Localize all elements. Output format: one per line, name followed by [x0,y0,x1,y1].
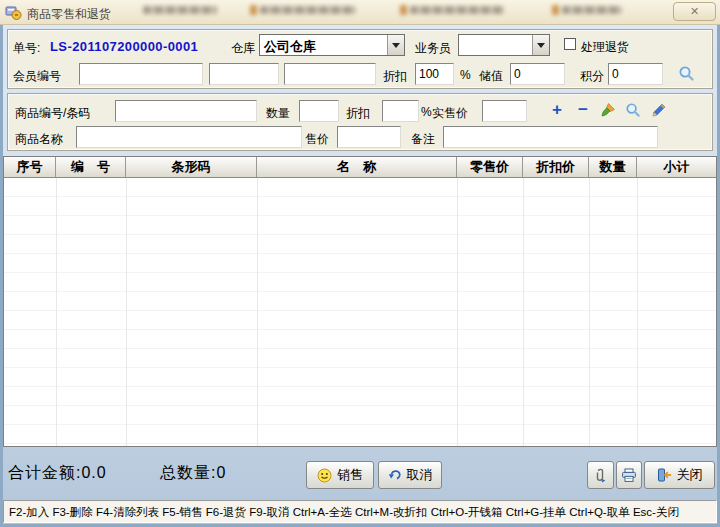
close-icon: ✕ [690,5,699,18]
clear-fields-button[interactable] [599,101,617,119]
col-header-quantity: 数量 [589,157,637,177]
item-name-label: 商品名称 [15,131,63,148]
print-button[interactable] [616,461,642,489]
total-quantity-label: 总数量: [160,464,216,481]
remark-label: 备注 [411,131,435,148]
column-divider [589,178,590,446]
warehouse-dropdown-arrow-icon[interactable] [387,35,404,55]
blurred-background-item [143,3,217,17]
handle-return-label: 处理退货 [581,39,629,56]
client-area: 单号: LS-201107200000-0001 仓库 公司仓库 业务员 处理退… [3,25,717,524]
blurred-background-item [250,3,356,17]
retail-returns-window: 商品零售和退货 ✕ 单号: LS-201107200000-0001 仓库 公司… [0,0,720,527]
smiley-icon [317,468,332,483]
attach-button[interactable] [587,461,614,489]
col-header-index: 序号 [4,157,56,177]
points-label: 积分 [580,68,604,85]
cancel-button[interactable]: 取消 [378,461,442,489]
item-search-button[interactable] [624,101,642,119]
total-amount: 合计金额:0.0 [8,463,107,484]
items-table-header: 序号 编 号 条形码 名 称 零售价 折扣价 数量 小计 [4,157,716,178]
member-discount-label: 折扣 [383,68,407,85]
order-number-label: 单号: [13,40,40,57]
window-close-button[interactable]: ✕ [673,2,716,21]
column-divider [257,178,258,446]
col-header-barcode: 条形码 [126,157,257,177]
paperclip-icon [595,467,606,483]
total-quantity-value: 0 [216,464,226,481]
column-divider [457,178,458,446]
app-icon [5,4,22,21]
item-discount-percent-sign: % [421,105,432,119]
stored-value-label: 储值 [479,68,503,85]
sale-button[interactable]: 销售 [306,461,374,489]
member-number-label: 会员编号 [13,68,61,85]
printer-icon [621,468,637,483]
item-discount-input[interactable] [382,100,419,122]
clerk-label: 业务员 [415,40,451,57]
item-code-input[interactable] [115,100,257,122]
handle-return-checkbox[interactable] [564,38,576,50]
warehouse-select[interactable]: 公司仓库 [259,34,405,56]
col-header-discount-price: 折扣价 [523,157,589,177]
item-code-label: 商品编号/条码 [15,105,90,122]
column-divider [126,178,127,446]
window-title: 商品零售和退货 [27,6,111,23]
brush-icon [600,102,616,118]
member-info-input[interactable] [284,63,376,85]
actual-price-label: 实售价 [432,105,468,122]
undo-arrow-icon [388,469,402,481]
order-panel: 单号: LS-201107200000-0001 仓库 公司仓库 业务员 处理退… [7,29,713,89]
clerk-select[interactable] [458,34,550,56]
col-header-retail-price: 零售价 [457,157,523,177]
plus-icon: + [552,102,562,118]
col-header-subtotal: 小计 [637,157,716,177]
search-icon [678,65,695,82]
item-entry-panel: 商品编号/条码 数量 折扣 % 实售价 + − [7,93,713,151]
clerk-selected-value [459,35,532,55]
column-divider [56,178,57,446]
title-bar: 商品零售和退货 ✕ [0,0,720,25]
close-button-label: 关闭 [677,466,703,484]
items-table-body[interactable] [4,178,716,446]
member-discount-percent-sign: % [460,68,471,82]
sale-price-input[interactable] [337,126,401,148]
remark-input[interactable] [443,126,658,148]
col-header-code: 编 号 [56,157,126,177]
total-quantity: 总数量:0 [160,463,226,484]
add-item-button[interactable]: + [548,101,566,119]
total-amount-value: 0.0 [81,464,106,481]
column-divider [637,178,638,446]
total-amount-label: 合计金额: [8,464,81,481]
member-search-button[interactable] [677,64,696,83]
clerk-dropdown-arrow-icon[interactable] [532,35,549,55]
minus-icon: − [578,102,588,118]
remove-item-button[interactable]: − [574,101,592,119]
member-discount-input[interactable] [415,63,454,85]
member-name-input[interactable] [209,63,279,85]
column-divider [523,178,524,446]
blurred-background-item [552,3,622,17]
blurred-background-item [400,3,504,17]
warehouse-label: 仓库 [231,40,255,57]
hotkey-status-text: F2-加入 F3-删除 F4-清除列表 F5-销售 F6-退货 F9-取消 Ct… [9,506,679,518]
sale-button-label: 销售 [337,466,363,484]
exit-door-icon [657,468,672,482]
quantity-label: 数量 [266,105,290,122]
warehouse-selected-value: 公司仓库 [260,35,387,55]
order-number-value: LS-201107200000-0001 [50,39,198,54]
edit-item-button[interactable] [650,101,668,119]
member-number-input[interactable] [79,63,203,85]
items-table: 序号 编 号 条形码 名 称 零售价 折扣价 数量 小计 [3,156,717,447]
search-icon [625,102,641,118]
actual-price-input[interactable] [482,100,527,122]
close-button[interactable]: 关闭 [644,461,715,489]
quantity-input[interactable] [299,100,339,122]
points-input[interactable] [608,63,663,85]
stored-value-input[interactable] [510,63,565,85]
hotkey-status-bar: F2-加入 F3-删除 F4-清除列表 F5-销售 F6-退货 F9-取消 Ct… [3,500,717,523]
sale-price-label: 售价 [305,131,329,148]
cancel-button-label: 取消 [407,466,433,484]
col-header-name: 名 称 [257,157,457,177]
item-name-input[interactable] [76,126,302,148]
